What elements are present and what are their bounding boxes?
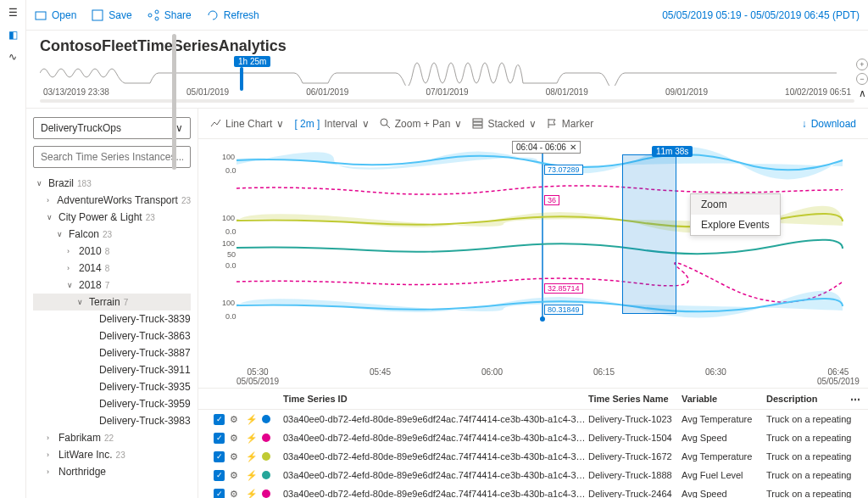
tree-item[interactable]: ›20108 bbox=[33, 243, 191, 260]
interval-selector[interactable]: [ 2m ] Interval ∨ bbox=[294, 118, 369, 130]
chart-canvas[interactable]: 06:04 - 06:06 ✕ 11m 38s 1000.0 1000.0 10… bbox=[198, 139, 868, 388]
menu-icon[interactable]: ☰ bbox=[8, 7, 18, 19]
tree-item[interactable]: Delivery-Truck-3839 bbox=[33, 311, 191, 327]
timeline-marker[interactable] bbox=[240, 67, 243, 91]
tree-item[interactable]: Delivery-Truck-3935 bbox=[33, 378, 191, 395]
chart-context-menu: Zoom Explore Events bbox=[690, 193, 781, 236]
stacked-selector[interactable]: Stacked ∨ bbox=[472, 118, 536, 130]
instance-tree: ∨Brazil183›AdventureWorks Transport23∨Ci… bbox=[33, 175, 191, 490]
tree-item[interactable]: ›20148 bbox=[33, 260, 191, 277]
context-menu-explore[interactable]: Explore Events bbox=[691, 215, 780, 235]
chevron-up-icon[interactable]: ∧ bbox=[856, 87, 868, 99]
search-input[interactable] bbox=[33, 146, 191, 168]
table-row[interactable]: ⚙ ⚡ 03a40ee0-db72-4efd-80de-89e9e6df24ac… bbox=[198, 410, 868, 428]
value-label: 80.31849 bbox=[544, 305, 583, 315]
value-label: 36 bbox=[544, 195, 559, 205]
hierarchy-dropdown[interactable]: DeliveryTruckOps ∨ bbox=[33, 117, 191, 139]
bolt-icon[interactable]: ⚡ bbox=[246, 414, 257, 425]
chevron-down-icon: ∨ bbox=[454, 118, 462, 130]
row-checkbox[interactable] bbox=[214, 470, 225, 481]
more-icon[interactable]: ⋯ bbox=[850, 394, 861, 406]
open-button[interactable]: Open bbox=[35, 9, 76, 21]
tree-item[interactable]: ›Fabrikam22 bbox=[33, 429, 191, 446]
refresh-icon bbox=[207, 9, 219, 21]
gear-icon[interactable]: ⚙ bbox=[230, 433, 241, 444]
svg-text:0.0: 0.0 bbox=[225, 227, 236, 236]
chart-toolbar: Line Chart ∨ [ 2m ] Interval ∨ Zoom + Pa… bbox=[198, 109, 868, 139]
tree-item[interactable]: ∨Terrain7 bbox=[33, 294, 191, 311]
series-color-dot bbox=[262, 434, 270, 442]
zoom-in-icon[interactable]: + bbox=[856, 59, 868, 70]
chart-type-selector[interactable]: Line Chart ∨ bbox=[210, 118, 284, 130]
svg-rect-9 bbox=[473, 122, 482, 125]
series-color-dot bbox=[262, 471, 270, 479]
download-icon: ↓ bbox=[802, 118, 807, 130]
nav-item-1-icon[interactable]: ◧ bbox=[8, 29, 18, 41]
svg-text:0.0: 0.0 bbox=[225, 261, 236, 270]
gear-icon[interactable]: ⚙ bbox=[230, 414, 241, 425]
table-row[interactable]: ⚙ ⚡ 03a40ee0-db72-4efd-80de-89e9e6df24ac… bbox=[198, 466, 868, 484]
share-label: Share bbox=[164, 9, 192, 21]
bolt-icon[interactable]: ⚡ bbox=[246, 470, 257, 481]
col-header-id[interactable]: Time Series ID bbox=[283, 394, 588, 404]
bolt-icon[interactable]: ⚡ bbox=[246, 451, 257, 462]
table-row[interactable]: ⚙ ⚡ 03a40ee0-db72-4efd-80de-89e9e6df24ac… bbox=[198, 447, 868, 466]
tree-item[interactable]: ›AdventureWorks Transport23 bbox=[33, 192, 191, 209]
table-row[interactable]: ⚙ ⚡ 03a40ee0-db72-4efd-80de-89e9e6df24ac… bbox=[198, 428, 868, 447]
bolt-icon[interactable]: ⚡ bbox=[246, 433, 257, 444]
row-checkbox[interactable] bbox=[214, 451, 225, 462]
share-button[interactable]: Share bbox=[147, 9, 192, 21]
tree-item[interactable]: Delivery-Truck-3887 bbox=[33, 344, 191, 361]
gear-icon[interactable]: ⚙ bbox=[230, 489, 241, 499]
chevron-down-icon: ∨ bbox=[175, 122, 183, 134]
zoom-out-icon[interactable]: − bbox=[856, 73, 868, 85]
tree-item[interactable]: Delivery-Truck-3959 bbox=[33, 395, 191, 412]
refresh-label: Refresh bbox=[224, 9, 259, 21]
tree-item[interactable]: ∨Falcon23 bbox=[33, 226, 191, 243]
timeline-overview[interactable]: 1h 25m 03/13/2019 23:38 05/01/2019 06/01… bbox=[26, 59, 868, 108]
series-table: ⋯ Time Series ID Time Series Name Variab… bbox=[198, 388, 868, 498]
value-label: 32.85714 bbox=[544, 283, 583, 294]
zoom-pan-selector[interactable]: Zoom + Pan ∨ bbox=[380, 118, 463, 130]
dropdown-value: DeliveryTruckOps bbox=[41, 122, 121, 134]
tree-item[interactable]: ∨City Power & Light23 bbox=[33, 209, 191, 226]
nav-item-2-icon[interactable]: ∿ bbox=[8, 51, 17, 63]
selection-rectangle[interactable] bbox=[622, 154, 676, 314]
svg-text:0.0: 0.0 bbox=[225, 312, 236, 321]
save-button[interactable]: Save bbox=[92, 9, 131, 21]
table-row[interactable]: ⚙ ⚡ 03a40ee0-db72-4efd-80de-89e9e6df24ac… bbox=[198, 484, 868, 498]
tree-item[interactable]: Delivery-Truck-3863 bbox=[33, 327, 191, 344]
series-color-dot bbox=[262, 490, 270, 498]
row-checkbox[interactable] bbox=[214, 414, 225, 425]
top-toolbar: Open Save Share Refresh 05/05/2019 05:19… bbox=[26, 0, 868, 31]
refresh-button[interactable]: Refresh bbox=[207, 9, 259, 21]
tree-item[interactable]: ›LitWare Inc.23 bbox=[33, 446, 191, 463]
context-menu-zoom[interactable]: Zoom bbox=[691, 194, 780, 215]
sidebar-scrollbar[interactable] bbox=[172, 108, 176, 170]
svg-text:100: 100 bbox=[222, 239, 235, 248]
marker-button[interactable]: Marker bbox=[547, 118, 593, 130]
tree-item[interactable]: ∨20187 bbox=[33, 277, 191, 294]
tree-item[interactable]: Delivery-Truck-3911 bbox=[33, 361, 191, 378]
row-checkbox[interactable] bbox=[214, 489, 225, 499]
tree-item[interactable]: Delivery-Truck-3983 bbox=[33, 412, 191, 429]
svg-line-7 bbox=[387, 125, 390, 128]
flag-icon bbox=[547, 118, 558, 129]
svg-text:100: 100 bbox=[222, 214, 235, 222]
gear-icon[interactable]: ⚙ bbox=[230, 470, 241, 481]
tree-item[interactable]: ∨Brazil183 bbox=[33, 175, 191, 192]
tree-item[interactable]: ›Northridge bbox=[33, 463, 191, 480]
download-button[interactable]: ↓ Download bbox=[802, 118, 856, 130]
close-icon[interactable]: ✕ bbox=[570, 143, 576, 152]
col-header-name[interactable]: Time Series Name bbox=[588, 394, 682, 404]
left-nav-rail: ☰ ◧ ∿ bbox=[0, 0, 26, 498]
timeline-scrubber[interactable] bbox=[40, 99, 854, 103]
svg-point-3 bbox=[155, 10, 159, 14]
series-color-dot bbox=[262, 452, 270, 461]
col-header-variable[interactable]: Variable bbox=[682, 394, 766, 404]
svg-text:100: 100 bbox=[222, 153, 235, 161]
bolt-icon[interactable]: ⚡ bbox=[246, 489, 257, 499]
gear-icon[interactable]: ⚙ bbox=[230, 451, 241, 462]
chevron-down-icon: ∨ bbox=[529, 118, 537, 130]
row-checkbox[interactable] bbox=[214, 433, 225, 444]
